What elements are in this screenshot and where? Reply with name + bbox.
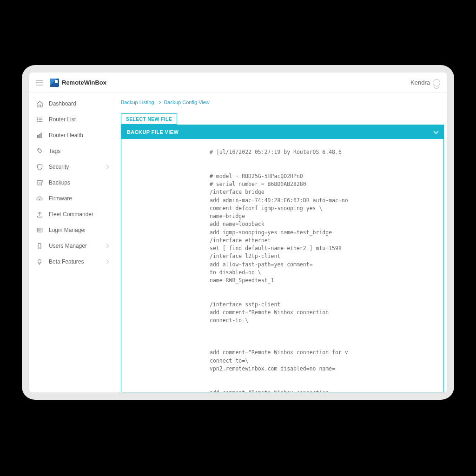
breadcrumb: Backup Listing Backup Config View (121, 99, 444, 105)
sidebar-item-users-manager[interactable]: Users Manager (29, 238, 115, 254)
brand-name: RemoteWinBox (62, 79, 106, 86)
sidebar-item-router-list[interactable]: Router List (29, 112, 115, 127)
chevron-down-icon (433, 129, 438, 134)
chevron-right-icon (105, 165, 109, 169)
svg-point-9 (39, 150, 39, 150)
shield-icon (36, 163, 43, 171)
brand-logo[interactable]: RemoteWinBox (50, 79, 106, 87)
select-new-file-button[interactable]: SELECT NEW FILE (121, 113, 177, 125)
sidebar-item-backups[interactable]: Backups (29, 175, 115, 191)
svg-rect-7 (39, 134, 40, 138)
sidebar-item-label: Router List (49, 116, 76, 123)
svg-point-14 (38, 230, 39, 231)
topbar: RemoteWinBox Kendra (29, 73, 447, 93)
list-icon (36, 116, 43, 123)
sidebar: Dashboard Router List Router Health Tags… (29, 93, 115, 392)
svg-point-3 (37, 118, 37, 118)
sidebar-item-label: Fleet Commander (49, 211, 93, 218)
badge-icon (36, 226, 43, 234)
main-content: Backup Listing Backup Config View SELECT… (115, 93, 447, 392)
users-icon (36, 242, 43, 250)
bulb-icon (36, 258, 43, 265)
chevron-right-icon (105, 244, 109, 248)
sidebar-item-dashboard[interactable]: Dashboard (29, 96, 115, 112)
tag-icon (36, 147, 43, 155)
cloud-icon (36, 195, 43, 202)
svg-point-4 (37, 119, 37, 119)
svg-rect-8 (41, 133, 42, 138)
svg-point-5 (37, 121, 37, 121)
sidebar-item-label: Tags (49, 148, 60, 154)
avatar-icon[interactable] (433, 79, 440, 86)
archive-icon (36, 179, 43, 186)
breadcrumb-backup-listing[interactable]: Backup Listing (121, 99, 154, 105)
svg-rect-6 (37, 135, 38, 138)
sidebar-item-label: Beta Features (49, 258, 84, 265)
chevron-right-icon (158, 100, 161, 104)
sidebar-item-login-manager[interactable]: Login Manager (29, 222, 115, 238)
tablet-frame: RemoteWinBox Kendra Dashboard Router Lis… (22, 65, 454, 400)
sidebar-item-label: Firmware (49, 195, 72, 202)
menu-icon[interactable] (36, 80, 43, 86)
sidebar-item-router-health[interactable]: Router Health (29, 127, 115, 143)
sidebar-item-label: Login Manager (49, 227, 86, 233)
home-icon (36, 100, 43, 107)
sidebar-item-label: Dashboard (49, 100, 76, 107)
svg-rect-10 (37, 180, 42, 182)
user-name[interactable]: Kendra (410, 79, 430, 86)
sidebar-item-beta-features[interactable]: Beta Features (29, 254, 115, 270)
sidebar-item-label: Router Health (49, 132, 83, 139)
sidebar-item-label: Users Manager (49, 243, 87, 249)
backup-file-content: # jul/16/2022 05:27:19 by RouterOS 6.48.… (121, 139, 443, 392)
panel-title: BACKUP FILE VIEW (127, 129, 178, 135)
sidebar-item-label: Security (49, 164, 69, 170)
sidebar-item-fleet-commander[interactable]: Fleet Commander (29, 206, 115, 222)
breadcrumb-backup-config-view[interactable]: Backup Config View (164, 99, 210, 105)
chevron-right-icon (105, 260, 109, 264)
sidebar-item-security[interactable]: Security (29, 159, 115, 175)
backup-file-view-panel: BACKUP FILE VIEW # jul/16/2022 05:27:19 … (121, 125, 444, 392)
app-screen: RemoteWinBox Kendra Dashboard Router Lis… (29, 73, 447, 392)
sidebar-item-label: Backups (49, 179, 70, 186)
logo-mark-icon (50, 79, 59, 87)
sidebar-item-tags[interactable]: Tags (29, 143, 115, 159)
chart-icon (36, 132, 43, 139)
panel-header[interactable]: BACKUP FILE VIEW (121, 125, 443, 139)
sidebar-item-firmware[interactable]: Firmware (29, 191, 115, 206)
upload-icon (36, 211, 43, 218)
